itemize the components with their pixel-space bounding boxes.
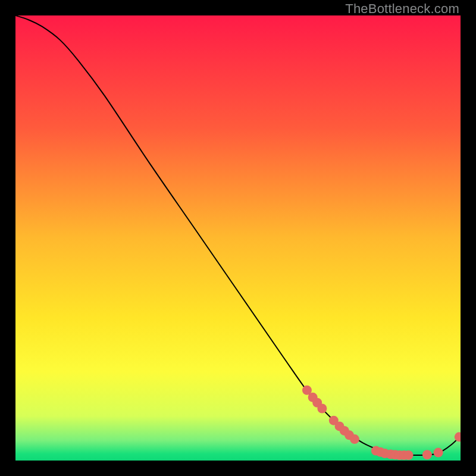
curve-marker [422,450,432,459]
watermark-label: TheBottleneck.com [345,1,459,17]
curve-marker [403,450,413,460]
chart-area [15,15,461,461]
chart-svg [15,15,461,461]
curve-marker [434,448,443,458]
curve-marker [350,434,359,444]
curve-marker [317,403,327,413]
gradient-background [15,15,461,461]
